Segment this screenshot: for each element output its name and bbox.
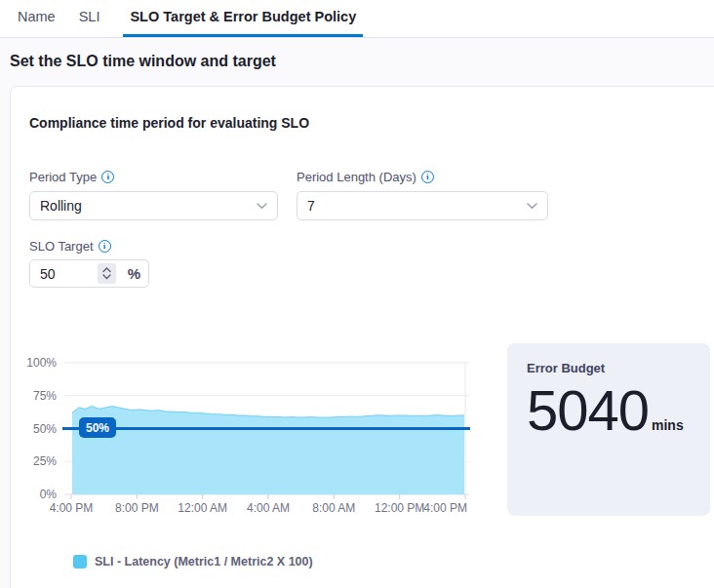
svg-text:4:00 PM: 4:00 PM xyxy=(50,501,94,515)
tab-bar: Name SLI SLO Target & Error Budget Polic… xyxy=(0,0,714,38)
slo-target-input-wrap: % xyxy=(29,259,149,288)
period-length-label: Period Length (Days) xyxy=(297,170,416,184)
slo-target-input[interactable] xyxy=(30,266,85,282)
slo-window-card: Compliance time period for evaluating SL… xyxy=(10,86,714,588)
slo-target-label: SLO Target xyxy=(29,239,94,254)
svg-text:50%: 50% xyxy=(33,422,57,436)
legend-label: SLI - Latency (Metric1 / Metric2 X 100) xyxy=(95,555,313,568)
info-icon[interactable]: i xyxy=(101,171,114,183)
period-type-select[interactable]: Rolling xyxy=(29,191,278,220)
period-type-label: Period Type xyxy=(29,170,97,184)
error-budget-value: 5040 xyxy=(527,377,649,443)
error-budget-title: Error Budget xyxy=(527,361,691,375)
slo-target-field: SLO Target i % xyxy=(29,238,149,288)
svg-text:4:00 PM: 4:00 PM xyxy=(423,501,467,515)
chevron-down-icon xyxy=(527,203,537,210)
svg-text:8:00 PM: 8:00 PM xyxy=(115,501,159,515)
svg-text:100%: 100% xyxy=(26,356,57,370)
svg-text:25%: 25% xyxy=(33,454,57,468)
period-type-value: Rolling xyxy=(40,198,82,214)
period-type-field: Period Type i Rolling xyxy=(29,169,278,220)
percent-unit-label: % xyxy=(128,265,140,282)
chevron-down-icon xyxy=(257,203,267,210)
chart-legend-item[interactable]: SLI - Latency (Metric1 / Metric2 X 100) xyxy=(73,555,313,568)
tab-sli[interactable]: SLI xyxy=(79,0,100,37)
svg-text:12:00 AM: 12:00 AM xyxy=(178,501,227,515)
info-icon[interactable]: i xyxy=(99,240,111,253)
tab-name[interactable]: Name xyxy=(18,0,56,37)
legend-swatch xyxy=(73,555,87,568)
stepper-down-icon[interactable] xyxy=(102,274,111,280)
slo-config-page: Set the SLO time window and target Compl… xyxy=(0,38,714,588)
svg-text:4:00 AM: 4:00 AM xyxy=(247,501,290,515)
svg-text:0%: 0% xyxy=(40,488,58,501)
period-length-select[interactable]: 7 xyxy=(297,191,548,220)
tab-slo-target-error-budget[interactable]: SLO Target & Error Budget Policy xyxy=(123,0,363,37)
page-title: Set the SLO time window and target xyxy=(10,53,276,70)
number-stepper[interactable] xyxy=(98,263,116,284)
stepper-up-icon[interactable] xyxy=(102,267,111,273)
slo-threshold-badge: 50% xyxy=(79,417,116,438)
period-length-value: 7 xyxy=(307,198,315,214)
svg-text:75%: 75% xyxy=(33,389,57,403)
error-budget-unit: mins xyxy=(652,417,684,433)
compliance-section-title: Compliance time period for evaluating SL… xyxy=(29,113,309,133)
error-budget-panel: Error Budget 5040 mins xyxy=(507,343,710,516)
sli-area-chart: 4:00 PM8:00 PM12:00 AM4:00 AM8:00 AM12:0… xyxy=(20,349,488,534)
info-icon[interactable]: i xyxy=(421,171,434,183)
svg-text:12:00 PM: 12:00 PM xyxy=(375,501,424,515)
period-length-field: Period Length (Days) i 7 xyxy=(297,169,548,220)
svg-text:8:00 AM: 8:00 AM xyxy=(312,501,355,515)
